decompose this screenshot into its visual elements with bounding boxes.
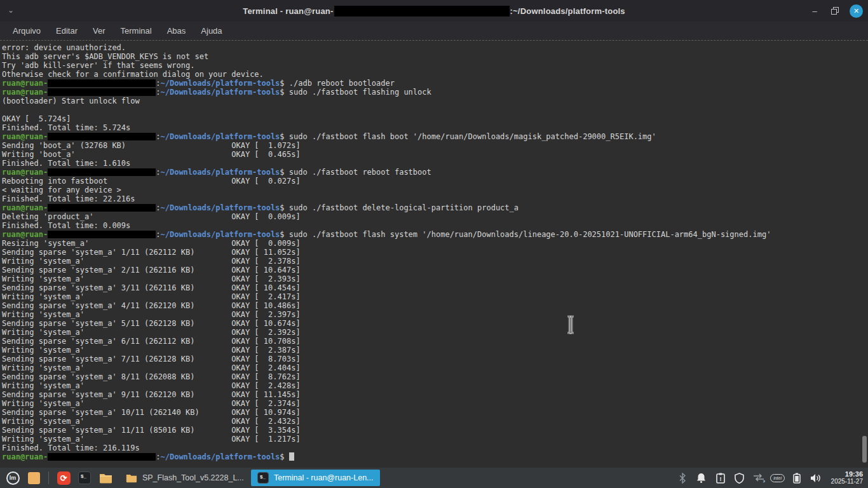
terminal-window: ⌄ Terminal - ruan@ruan- :~/Downloads/pla… [0, 0, 868, 468]
shield-icon[interactable] [733, 471, 746, 484]
prompt-path: ~/Downloads/platform-tools [160, 132, 280, 141]
show-desktop-button[interactable] [26, 470, 41, 485]
svg-text:✕: ✕ [763, 479, 765, 483]
prompt-user: ruan@ruan- [2, 88, 48, 97]
redacted-hostname-box [48, 453, 156, 461]
terminal-output-line: Writing 'system_a' OKAY [ 1.217s] [2, 435, 868, 444]
terminal-output-line: Sending 'boot_a' (32768 KB) OKAY [ 1.072… [2, 141, 868, 150]
clock[interactable]: 19:36 2025-11-27 [829, 471, 863, 485]
titlebar[interactable]: ⌄ Terminal - ruan@ruan- :~/Downloads/pla… [0, 0, 868, 22]
menu-abas[interactable]: Abas [161, 24, 193, 38]
taskbar-window-label: Terminal - ruan@ruan-Len... [274, 473, 374, 482]
terminal-icon: $_ [257, 472, 269, 484]
window-list: SP_Flash_Tool_v5.2228_L... $_ Terminal -… [119, 470, 380, 486]
mint-menu-icon: lm [6, 471, 20, 485]
terminal-output-line: Finished. Total time: 0.009s [2, 221, 868, 230]
notifications-bell-icon[interactable] [695, 471, 708, 484]
window-title-prefix: Terminal - ruan@ruan- [243, 6, 333, 16]
terminal-output-line: Resizing 'system_a' OKAY [ 0.009s] [2, 239, 868, 248]
redacted-hostname-box [48, 88, 156, 96]
prompt-user: ruan@ruan- [2, 230, 48, 239]
terminal-output-line: Finished. Total time: 5.724s [2, 123, 868, 132]
clipboard-alert-icon[interactable]: ! [714, 471, 727, 484]
terminal-output-line: Writing 'system_a' OKAY [ 2.428s] [2, 381, 868, 390]
redacted-hostname-box [48, 79, 156, 87]
terminal-output-line: Writing 'system_a' OKAY [ 2.404s] [2, 363, 868, 372]
terminal-prompt-line: ruan@ruan-:~/Downloads/platform-tools$ s… [2, 203, 868, 212]
prompt-command: sudo ./fastboot delete-logical-partition… [289, 203, 519, 212]
menu-terminal[interactable]: Terminal [114, 24, 158, 38]
menu-arquivo[interactable]: Arquivo [6, 24, 47, 38]
prompt-path: ~/Downloads/platform-tools [160, 203, 280, 212]
terminal-prompt-line: ruan@ruan-:~/Downloads/platform-tools$ s… [2, 88, 868, 97]
terminal-text-cursor [289, 452, 294, 461]
terminal-prompt-line: ruan@ruan-:~/Downloads/platform-tools$ s… [2, 168, 868, 177]
restore-button[interactable] [829, 5, 841, 17]
terminal-output-line: Sending sparse 'system_a' 2/11 (262116 K… [2, 266, 868, 274]
close-button[interactable]: ✕ [850, 4, 863, 18]
minimize-button[interactable]: – [809, 5, 820, 17]
mouse-ibeam-cursor [565, 315, 576, 336]
prompt-command: sudo ./fastboot reboot fastboot [289, 168, 431, 177]
redacted-hostname-box [48, 168, 156, 176]
terminal-prompt-line: ruan@ruan-:~/Downloads/platform-tools$ [2, 452, 868, 461]
network-disconnected-icon[interactable]: ✕ [752, 471, 765, 484]
menu-ver[interactable]: Ver [86, 24, 112, 38]
menu-ajuda[interactable]: Ajuda [194, 24, 228, 38]
files-launcher[interactable] [98, 470, 113, 485]
prompt-command: sudo ./fastboot flashing unlock [289, 88, 431, 97]
prompt-path: ~/Downloads/platform-tools [160, 230, 280, 239]
prompt-path: ~/Downloads/platform-tools [160, 88, 280, 97]
terminal-output-line: Sending sparse 'system_a' 4/11 (262120 K… [2, 301, 868, 310]
terminal-launcher[interactable]: $_ [77, 470, 92, 485]
terminal-output-line: Writing 'system_a' OKAY [ 2.378s] [2, 257, 868, 266]
terminal-output-line: Sending sparse 'system_a' 11/11 (85016 K… [2, 426, 868, 435]
prompt-command: sudo ./fastboot flash system '/home/ruan… [289, 230, 771, 239]
files-launcher-icon [99, 473, 112, 484]
menubar: Arquivo Editar Ver Terminal Abas Ajuda [0, 22, 868, 40]
taskbar-panel: lm ⟳ $_ SP_Flash_Tool_v5.2228_L... $_ [0, 468, 868, 488]
prompt-user: ruan@ruan- [2, 203, 48, 212]
terminal-output-line: (bootloader) Start unlock flow [2, 97, 868, 105]
prompt-path: ~/Downloads/platform-tools [160, 452, 280, 461]
terminal-output-line: Writing 'system_a' OKAY [ 2.387s] [2, 346, 868, 355]
terminal-output-line: Otherwise check for a confirmation dialo… [2, 70, 868, 79]
taskbar-window-label: SP_Flash_Tool_v5.2228_L... [142, 473, 243, 482]
terminal-output-line: Writing 'system_a' OKAY [ 2.392s] [2, 328, 868, 337]
terminal-output-line: Writing 'system_a' OKAY [ 2.393s] [2, 274, 868, 283]
taskbar-window-spflashtool[interactable]: SP_Flash_Tool_v5.2228_L... [119, 470, 250, 486]
volume-icon[interactable] [810, 471, 822, 484]
terminal-output-line: Try 'adb kill-server' if that seems wron… [2, 61, 868, 70]
terminal-output-line: Sending sparse 'system_a' 8/11 (262088 K… [2, 372, 868, 381]
system-tray: ! ✕ intel [676, 471, 865, 485]
window-menu-chevron-icon[interactable]: ⌄ [8, 6, 14, 15]
window-controls: – ✕ [809, 0, 863, 22]
terminal-output-line: OKAY [ 5.724s] [2, 114, 868, 123]
prompt-command: ./adb reboot bootloader [289, 79, 395, 88]
folder-icon [126, 473, 137, 483]
window-title: Terminal - ruan@ruan- :~/Downloads/platf… [243, 6, 625, 17]
intel-icon[interactable]: intel [771, 471, 784, 484]
terminal-output-line: error: device unauthorized. [2, 43, 868, 52]
redacted-hostname-box [48, 133, 156, 140]
mint-menu-button[interactable]: lm [5, 470, 20, 485]
prompt-command: sudo ./fastboot flash boot '/home/ruan/D… [289, 132, 656, 141]
clock-time: 19:36 [831, 471, 863, 478]
redacted-hostname-box [48, 231, 156, 238]
taskbar-window-terminal[interactable]: $_ Terminal - ruan@ruan-Len... [251, 470, 380, 486]
terminal-output-line: Sending sparse 'system_a' 5/11 (262128 K… [2, 319, 868, 328]
bluetooth-icon[interactable] [676, 471, 689, 484]
red-app-launcher[interactable]: ⟳ [56, 470, 71, 485]
terminal-prompt-line: ruan@ruan-:~/Downloads/platform-tools$ s… [2, 230, 868, 239]
terminal-output-line: This adb server's $ADB_VENDOR_KEYS is no… [2, 52, 868, 61]
terminal-launcher-icon: $_ [78, 471, 91, 484]
battery-icon[interactable] [790, 471, 803, 484]
terminal-prompt-line: ruan@ruan-:~/Downloads/platform-tools$ .… [2, 79, 868, 88]
scrollbar-thumb[interactable] [862, 436, 867, 463]
redacted-hostname-box [334, 6, 510, 17]
terminal-output-line: Writing 'boot_a' OKAY [ 0.465s] [2, 150, 868, 159]
terminal-blank-line [2, 105, 868, 114]
scrollbar[interactable] [861, 41, 868, 468]
terminal-output-area[interactable]: error: device unauthorized.This adb serv… [0, 40, 868, 468]
menu-editar[interactable]: Editar [50, 24, 84, 38]
